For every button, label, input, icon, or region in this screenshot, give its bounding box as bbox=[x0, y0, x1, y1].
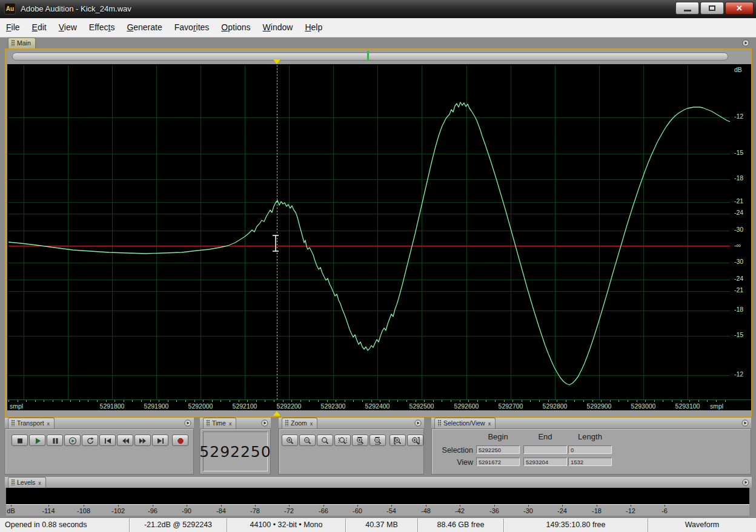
play-looped-button[interactable] bbox=[82, 435, 98, 446]
play-button[interactable] bbox=[29, 435, 45, 446]
db-scale-label: -12 bbox=[734, 370, 743, 378]
db-scale-label: -24 bbox=[734, 209, 743, 216]
selection-length-input[interactable] bbox=[568, 445, 612, 454]
level-scale-tick bbox=[323, 505, 324, 507]
level-scale-label: -12 bbox=[626, 507, 635, 514]
view-length-input[interactable] bbox=[568, 458, 612, 466]
panel-menu-button[interactable] bbox=[741, 419, 749, 427]
level-scale-tick bbox=[289, 505, 290, 507]
tab-transport[interactable]: Transportx bbox=[8, 418, 55, 429]
level-scale-label: -114 bbox=[42, 507, 55, 514]
zoom-out-vertically-button[interactable] bbox=[370, 435, 386, 446]
zoom-out-horizontally-button[interactable] bbox=[299, 435, 316, 446]
tab-close-icon[interactable]: x bbox=[310, 421, 313, 427]
pause-icon bbox=[50, 436, 60, 445]
menu-options[interactable]: Options bbox=[215, 18, 256, 37]
tab-levels[interactable]: Levelsx bbox=[8, 477, 46, 488]
timeline-ruler[interactable]: smpl529180052919005292000529210052922005… bbox=[7, 399, 751, 410]
horizontal-scrollbar[interactable] bbox=[12, 53, 728, 61]
level-scale-tick bbox=[187, 505, 187, 507]
db-scale-label: -30 bbox=[734, 258, 743, 265]
timeline-label: smpl bbox=[710, 402, 723, 410]
menu-view[interactable]: View bbox=[53, 18, 83, 37]
selection-view-content: Begin End Length Selection View bbox=[431, 429, 751, 475]
level-scale-tick bbox=[597, 505, 597, 507]
playhead-handle-bottom[interactable] bbox=[273, 411, 280, 416]
level-scale-tick bbox=[460, 505, 460, 507]
tab-close-icon[interactable]: x bbox=[38, 480, 41, 486]
go-to-beginning-button[interactable] bbox=[99, 435, 116, 446]
zoom-right-edge-of-selection-button[interactable] bbox=[407, 435, 423, 446]
view-begin-input[interactable] bbox=[476, 458, 520, 466]
pause-button[interactable] bbox=[47, 435, 63, 446]
menu-generate[interactable]: Generate bbox=[121, 18, 168, 37]
tab-time[interactable]: Timex bbox=[203, 418, 236, 429]
playhead-handle-top[interactable] bbox=[273, 59, 280, 64]
menu-effects[interactable]: Effects bbox=[83, 18, 121, 37]
view-end-input[interactable] bbox=[523, 458, 567, 466]
menu-window[interactable]: Window bbox=[257, 18, 299, 37]
tab-selection-view-label: Selection/View bbox=[443, 419, 485, 427]
menu-edit[interactable]: Edit bbox=[26, 18, 53, 37]
time-tab-strip: Timex bbox=[200, 418, 271, 429]
waveform-trace bbox=[8, 102, 730, 385]
go-to-end-button[interactable] bbox=[152, 435, 168, 446]
zoom-in-horizontally-icon bbox=[285, 436, 295, 445]
timeline-label: 5292800 bbox=[543, 402, 568, 410]
level-scale-tick bbox=[426, 505, 426, 507]
zoom-out-full-button[interactable] bbox=[317, 435, 333, 446]
level-scale-tick bbox=[221, 505, 222, 507]
close-button[interactable]: ✕ bbox=[725, 2, 754, 15]
selection-begin-input[interactable] bbox=[476, 445, 520, 454]
tab-close-icon[interactable]: x bbox=[229, 421, 232, 427]
tab-transport-label: Transport bbox=[17, 419, 44, 427]
zoom-to-selection-button[interactable] bbox=[334, 435, 351, 446]
play-looped-icon bbox=[85, 436, 95, 445]
db-scale-label: -21 bbox=[734, 197, 743, 205]
menu-favorites[interactable]: Favorites bbox=[168, 18, 216, 37]
timeline-label: 5292600 bbox=[454, 402, 479, 410]
app-icon: Au bbox=[4, 3, 16, 15]
tab-close-icon[interactable]: x bbox=[47, 421, 50, 427]
panel-menu-button[interactable] bbox=[261, 419, 268, 427]
fast-forward-button[interactable] bbox=[134, 435, 151, 446]
zoom-in-vertically-button[interactable] bbox=[352, 435, 368, 446]
minimize-button[interactable] bbox=[675, 2, 699, 15]
tab-selection-view[interactable]: Selection/Viewx bbox=[434, 418, 496, 429]
panel-menu-button[interactable] bbox=[414, 419, 422, 427]
stop-icon bbox=[15, 436, 25, 445]
stop-button[interactable] bbox=[12, 435, 28, 446]
rewind-button[interactable] bbox=[117, 435, 133, 446]
tab-main[interactable]: Main bbox=[8, 38, 36, 48]
zoom-in-vertically-icon bbox=[356, 436, 365, 445]
level-scale-tick bbox=[48, 505, 49, 507]
menu-file[interactable]: File bbox=[0, 18, 26, 37]
panel-menu-button[interactable] bbox=[742, 479, 749, 486]
panel-menu-button[interactable] bbox=[184, 419, 191, 427]
play-from-cursor-button[interactable] bbox=[64, 435, 81, 446]
tab-time-label: Time bbox=[212, 419, 226, 427]
grip-icon bbox=[12, 479, 15, 485]
level-meter[interactable] bbox=[6, 488, 749, 505]
zoom-left-edge-of-selection-button[interactable] bbox=[390, 435, 406, 446]
timeline-label: 5291900 bbox=[144, 402, 169, 410]
tab-zoom[interactable]: Zoomx bbox=[282, 418, 317, 429]
grip-icon bbox=[12, 420, 15, 426]
waveform-plot[interactable] bbox=[8, 65, 730, 399]
tab-close-icon[interactable]: x bbox=[488, 421, 491, 427]
status-section: -21.2dB @ 5292243 bbox=[129, 519, 227, 532]
menu-help[interactable]: Help bbox=[299, 18, 328, 37]
panel-menu-button[interactable] bbox=[742, 39, 749, 47]
zoom-out-vertically-icon bbox=[373, 436, 383, 445]
waveform-display[interactable]: dB-12-15-18-21-24-30-∞-30-24-21-18-15-12… bbox=[7, 64, 751, 410]
timeline-label: 5292300 bbox=[321, 402, 346, 410]
row-label-view: View bbox=[432, 458, 473, 467]
selection-end-input[interactable] bbox=[523, 445, 567, 454]
level-scale-label: -96 bbox=[148, 507, 158, 514]
db-scale-label: -24 bbox=[734, 275, 743, 282]
main-waveform-panel: dB-12-15-18-21-24-30-∞-30-24-21-18-15-12… bbox=[5, 48, 752, 417]
zoom-in-horizontally-button[interactable] bbox=[282, 435, 298, 446]
record-button[interactable] bbox=[172, 435, 188, 446]
db-scale-label: -30 bbox=[734, 226, 743, 233]
restore-button[interactable] bbox=[700, 2, 724, 15]
